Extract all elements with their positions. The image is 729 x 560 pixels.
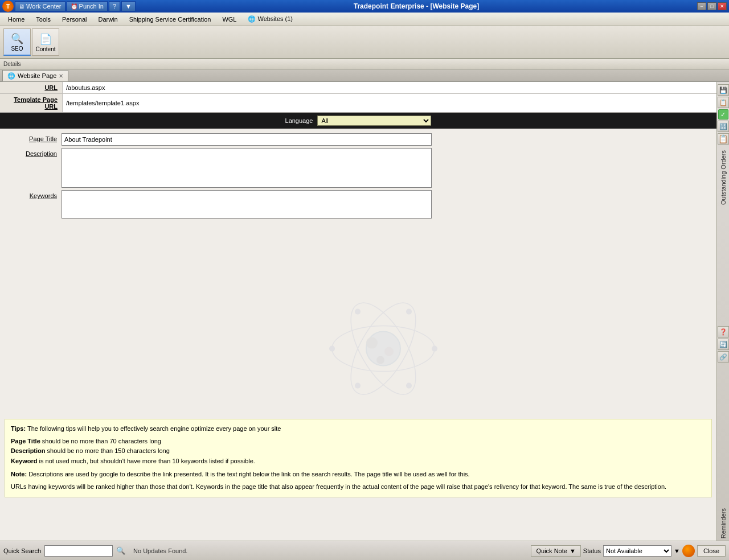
dropdown-button[interactable]: ▼ bbox=[121, 1, 136, 11]
keywords-textarea[interactable] bbox=[62, 190, 432, 219]
note-text: Descriptions are used by google to descr… bbox=[28, 471, 470, 477]
tips-note: Note: Descriptions are used by google to… bbox=[11, 470, 706, 480]
svg-point-9 bbox=[406, 309, 412, 315]
template-input[interactable] bbox=[63, 98, 716, 108]
toolbar-seo-button[interactable]: 🔍 SEO bbox=[3, 28, 31, 56]
tips-prefix: Tips: bbox=[11, 425, 26, 432]
watermark bbox=[321, 286, 446, 413]
keywords-row: Keywords bbox=[0, 190, 716, 219]
page-title-tip-text: should be no more than 70 characters lon… bbox=[42, 438, 161, 444]
search-icon[interactable]: 🔍 bbox=[116, 546, 125, 555]
page-title-label[interactable]: Page Title bbox=[5, 133, 62, 142]
content-icon: 📄 bbox=[39, 32, 52, 46]
language-select[interactable]: All English Spanish French bbox=[317, 116, 431, 126]
description-row: Description bbox=[0, 148, 716, 188]
menu-bar: Home Tools Personal Darwin Shipping Serv… bbox=[0, 13, 729, 26]
keywords-label[interactable]: Keywords bbox=[5, 190, 62, 199]
close-button[interactable]: Close bbox=[697, 545, 726, 557]
sidebar-btn-refresh[interactable]: 🔄 bbox=[718, 339, 729, 350]
description-textarea[interactable] bbox=[62, 148, 432, 188]
title-bar: T 🖥 Work Center ⏰ Punch In ? ▼ Tradepoin… bbox=[0, 0, 729, 13]
workcenter-button[interactable]: 🖥 Work Center bbox=[15, 1, 65, 11]
app-icon: T bbox=[2, 1, 14, 12]
window-controls: − □ ✕ bbox=[697, 2, 727, 10]
sidebar-btn-help[interactable]: ❓ bbox=[718, 326, 729, 337]
menu-tools[interactable]: Tools bbox=[30, 13, 56, 26]
details-label: Details bbox=[3, 61, 21, 67]
description-label[interactable]: Description bbox=[5, 148, 62, 157]
description-tip-bold: Description bbox=[11, 447, 46, 454]
restore-button[interactable]: □ bbox=[707, 2, 716, 10]
outstanding-icon: 📋 bbox=[718, 134, 728, 143]
svg-point-2 bbox=[384, 347, 394, 356]
svg-point-1 bbox=[366, 337, 378, 349]
tips-line1: Tips: The following tips will help you t… bbox=[11, 424, 706, 434]
svg-point-7 bbox=[432, 346, 437, 352]
sidebar-btn-link[interactable]: 🔗 bbox=[718, 351, 729, 363]
quick-search-label: Quick Search bbox=[3, 547, 41, 554]
menu-home[interactable]: Home bbox=[2, 13, 30, 26]
tab-icon: 🌐 bbox=[7, 72, 15, 80]
svg-point-8 bbox=[329, 346, 335, 352]
tab-close-button[interactable]: ✕ bbox=[59, 73, 63, 79]
right-sidebar: 💾 📋 ✓ 🔢 📋 Outstanding Orders ❓ 🔄 🔗 Remin… bbox=[716, 82, 729, 541]
title-bar-left: T 🖥 Work Center ⏰ Punch In ? ▼ bbox=[2, 1, 136, 12]
menu-wgl[interactable]: WGL bbox=[216, 13, 242, 26]
quick-note-button[interactable]: Quick Note ▼ bbox=[531, 545, 580, 557]
help-button[interactable]: ? bbox=[109, 1, 120, 11]
page-title-tip-bold: Page Title bbox=[11, 438, 40, 444]
sidebar-green-btn[interactable]: ✓ bbox=[718, 109, 728, 120]
svg-point-5 bbox=[338, 293, 428, 405]
status-label: Status bbox=[583, 547, 601, 554]
svg-point-4 bbox=[332, 326, 435, 372]
app-title: Tradepoint Enterprise - [Website Page] bbox=[354, 2, 480, 10]
minimize-button[interactable]: − bbox=[697, 2, 706, 10]
tips-intro: The following tips will help you to effe… bbox=[27, 425, 281, 432]
menu-personal[interactable]: Personal bbox=[56, 13, 92, 26]
svg-point-10 bbox=[355, 383, 361, 389]
menu-darwin[interactable]: Darwin bbox=[92, 13, 123, 26]
outstanding-orders-label[interactable]: Outstanding Orders bbox=[719, 148, 728, 207]
url-row: URL bbox=[0, 82, 716, 94]
url-tip: URLs having keywords will be ranked high… bbox=[11, 482, 706, 492]
url-input[interactable] bbox=[63, 83, 716, 93]
details-section: Details bbox=[0, 59, 729, 69]
menu-websites[interactable]: 🌐 Websites (1) bbox=[242, 13, 298, 26]
tips-line3: Description should be no more than 150 c… bbox=[11, 446, 706, 456]
close-button[interactable]: ✕ bbox=[718, 2, 727, 10]
svg-point-3 bbox=[376, 356, 384, 364]
toolbar-content-button[interactable]: 📄 Content bbox=[32, 28, 59, 56]
sidebar-btn-outstanding[interactable]: 📋 bbox=[718, 133, 729, 145]
content-area: URL Template Page URL Language All Engli… bbox=[0, 82, 716, 541]
status-select[interactable]: Not Available Available Busy Away bbox=[603, 545, 671, 557]
status-right: Quick Note ▼ Status Not Available Availa… bbox=[531, 545, 726, 557]
page-title-input[interactable] bbox=[62, 133, 432, 146]
status-bar: Quick Search 🔍 No Updates Found. Quick N… bbox=[0, 541, 729, 560]
description-tip-text: should be no more than 150 characters lo… bbox=[47, 447, 170, 454]
status-indicator bbox=[682, 545, 695, 557]
keyword-tip-bold: Keyword bbox=[11, 458, 37, 464]
dropdown-arrow-icon: ▼ bbox=[570, 547, 576, 554]
status-arrow-icon: ▼ bbox=[674, 547, 680, 554]
svg-point-12 bbox=[406, 383, 412, 389]
search-input[interactable] bbox=[44, 545, 113, 557]
svg-point-0 bbox=[366, 332, 400, 366]
page-title-row: Page Title bbox=[0, 133, 716, 146]
sidebar-btn-2[interactable]: 📋 bbox=[718, 97, 729, 108]
form-content: Page Title Description Keywords bbox=[0, 129, 716, 225]
tips-section: Tips: The following tips will help you t… bbox=[5, 419, 712, 497]
main-wrapper: URL Template Page URL Language All Engli… bbox=[0, 82, 729, 541]
menu-shipping[interactable]: Shipping Service Certification bbox=[124, 13, 217, 26]
reminders-label[interactable]: Reminders bbox=[719, 506, 728, 541]
tab-website-page[interactable]: 🌐 Website Page ✕ bbox=[2, 70, 68, 81]
template-label[interactable]: Template Page URL bbox=[0, 94, 63, 112]
tips-line4: Keyword is not used much, but shouldn't … bbox=[11, 456, 706, 467]
svg-point-6 bbox=[338, 293, 428, 405]
punchin-button[interactable]: ⏰ Punch In bbox=[67, 1, 108, 11]
workcenter-icon: 🖥 bbox=[19, 3, 24, 10]
seo-icon: 🔍 bbox=[10, 32, 24, 46]
sidebar-btn-3[interactable]: 🔢 bbox=[718, 121, 729, 132]
toolbar: 🔍 SEO 📄 Content bbox=[0, 26, 729, 59]
url-label[interactable]: URL bbox=[0, 82, 63, 93]
sidebar-btn-1[interactable]: 💾 bbox=[718, 84, 729, 96]
